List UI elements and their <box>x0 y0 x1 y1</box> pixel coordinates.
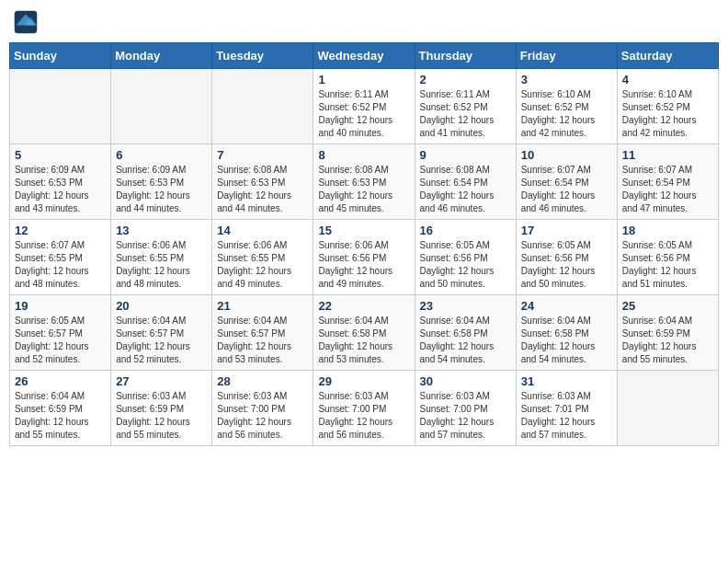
calendar-week-row: 12Sunrise: 6:07 AM Sunset: 6:55 PM Dayli… <box>10 220 719 295</box>
day-number: 28 <box>217 374 308 388</box>
day-info: Sunrise: 6:08 AM Sunset: 6:53 PM Dayligh… <box>318 164 409 215</box>
day-number: 20 <box>116 299 207 313</box>
day-number: 6 <box>116 148 207 162</box>
calendar-cell: 9Sunrise: 6:08 AM Sunset: 6:54 PM Daylig… <box>415 144 516 220</box>
day-info: Sunrise: 6:03 AM Sunset: 7:01 PM Dayligh… <box>521 390 612 442</box>
day-info: Sunrise: 6:04 AM Sunset: 6:58 PM Dayligh… <box>521 315 612 366</box>
day-info: Sunrise: 6:03 AM Sunset: 6:59 PM Dayligh… <box>116 390 207 442</box>
calendar-cell: 6Sunrise: 6:09 AM Sunset: 6:53 PM Daylig… <box>111 144 212 220</box>
day-number: 18 <box>622 224 713 237</box>
calendar-week-row: 5Sunrise: 6:09 AM Sunset: 6:53 PM Daylig… <box>10 144 719 220</box>
day-number: 22 <box>318 299 409 313</box>
calendar-cell: 24Sunrise: 6:04 AM Sunset: 6:58 PM Dayli… <box>516 295 617 371</box>
day-info: Sunrise: 6:06 AM Sunset: 6:55 PM Dayligh… <box>116 239 207 291</box>
calendar-cell: 29Sunrise: 6:03 AM Sunset: 7:00 PM Dayli… <box>313 371 415 446</box>
day-info: Sunrise: 6:10 AM Sunset: 6:52 PM Dayligh… <box>622 88 713 140</box>
day-number: 17 <box>521 224 612 237</box>
day-info: Sunrise: 6:03 AM Sunset: 7:00 PM Dayligh… <box>217 390 308 442</box>
weekday-header: Saturday <box>617 43 718 69</box>
calendar-cell: 4Sunrise: 6:10 AM Sunset: 6:52 PM Daylig… <box>617 69 718 144</box>
day-info: Sunrise: 6:10 AM Sunset: 6:52 PM Dayligh… <box>521 88 612 140</box>
day-number: 25 <box>622 299 713 313</box>
day-number: 26 <box>15 374 106 388</box>
logo-icon <box>13 9 39 35</box>
day-number: 31 <box>521 374 612 388</box>
calendar-cell: 11Sunrise: 6:07 AM Sunset: 6:54 PM Dayli… <box>617 144 718 220</box>
day-info: Sunrise: 6:05 AM Sunset: 6:56 PM Dayligh… <box>420 239 511 291</box>
day-number: 5 <box>15 148 106 162</box>
day-info: Sunrise: 6:04 AM Sunset: 6:59 PM Dayligh… <box>15 390 106 442</box>
calendar-cell <box>10 69 111 144</box>
day-number: 24 <box>521 299 612 313</box>
calendar-cell: 26Sunrise: 6:04 AM Sunset: 6:59 PM Dayli… <box>10 371 111 446</box>
weekday-header: Tuesday <box>212 43 313 69</box>
day-number: 2 <box>420 73 511 86</box>
page-header <box>9 9 719 35</box>
calendar-cell: 31Sunrise: 6:03 AM Sunset: 7:01 PM Dayli… <box>516 371 617 446</box>
weekday-header: Friday <box>516 43 617 69</box>
weekday-header: Sunday <box>10 43 111 69</box>
day-number: 15 <box>318 224 409 237</box>
day-number: 3 <box>521 73 612 86</box>
day-number: 4 <box>622 73 713 86</box>
day-info: Sunrise: 6:05 AM Sunset: 6:56 PM Dayligh… <box>521 239 612 291</box>
day-info: Sunrise: 6:03 AM Sunset: 7:00 PM Dayligh… <box>420 390 511 442</box>
calendar-cell: 1Sunrise: 6:11 AM Sunset: 6:52 PM Daylig… <box>313 69 415 144</box>
day-info: Sunrise: 6:04 AM Sunset: 6:57 PM Dayligh… <box>116 315 207 366</box>
day-number: 29 <box>318 374 409 388</box>
calendar-week-row: 26Sunrise: 6:04 AM Sunset: 6:59 PM Dayli… <box>10 371 719 446</box>
day-info: Sunrise: 6:04 AM Sunset: 6:57 PM Dayligh… <box>217 315 308 366</box>
day-info: Sunrise: 6:08 AM Sunset: 6:54 PM Dayligh… <box>420 164 511 215</box>
day-info: Sunrise: 6:11 AM Sunset: 6:52 PM Dayligh… <box>420 88 511 140</box>
calendar-cell: 27Sunrise: 6:03 AM Sunset: 6:59 PM Dayli… <box>111 371 212 446</box>
calendar-cell: 21Sunrise: 6:04 AM Sunset: 6:57 PM Dayli… <box>212 295 313 371</box>
day-number: 1 <box>318 73 409 86</box>
calendar-cell: 3Sunrise: 6:10 AM Sunset: 6:52 PM Daylig… <box>516 69 617 144</box>
day-number: 19 <box>15 299 106 313</box>
day-info: Sunrise: 6:08 AM Sunset: 6:53 PM Dayligh… <box>217 164 308 215</box>
calendar-cell: 8Sunrise: 6:08 AM Sunset: 6:53 PM Daylig… <box>313 144 415 220</box>
day-number: 7 <box>217 148 308 162</box>
calendar-cell: 17Sunrise: 6:05 AM Sunset: 6:56 PM Dayli… <box>516 220 617 295</box>
day-number: 13 <box>116 224 207 237</box>
day-info: Sunrise: 6:06 AM Sunset: 6:55 PM Dayligh… <box>217 239 308 291</box>
day-number: 23 <box>420 299 511 313</box>
day-number: 30 <box>420 374 511 388</box>
logo <box>13 9 42 35</box>
day-info: Sunrise: 6:05 AM Sunset: 6:56 PM Dayligh… <box>622 239 713 291</box>
calendar-cell: 13Sunrise: 6:06 AM Sunset: 6:55 PM Dayli… <box>111 220 212 295</box>
calendar-cell: 19Sunrise: 6:05 AM Sunset: 6:57 PM Dayli… <box>10 295 111 371</box>
weekday-header: Monday <box>111 43 212 69</box>
calendar-cell <box>617 371 718 446</box>
calendar-week-row: 1Sunrise: 6:11 AM Sunset: 6:52 PM Daylig… <box>10 69 719 144</box>
calendar-cell: 20Sunrise: 6:04 AM Sunset: 6:57 PM Dayli… <box>111 295 212 371</box>
calendar-cell: 28Sunrise: 6:03 AM Sunset: 7:00 PM Dayli… <box>212 371 313 446</box>
weekday-header: Thursday <box>415 43 516 69</box>
calendar-cell: 18Sunrise: 6:05 AM Sunset: 6:56 PM Dayli… <box>617 220 718 295</box>
day-info: Sunrise: 6:07 AM Sunset: 6:54 PM Dayligh… <box>521 164 612 215</box>
calendar-table: SundayMondayTuesdayWednesdayThursdayFrid… <box>9 42 719 446</box>
day-info: Sunrise: 6:09 AM Sunset: 6:53 PM Dayligh… <box>15 164 106 215</box>
day-info: Sunrise: 6:04 AM Sunset: 6:59 PM Dayligh… <box>622 315 713 366</box>
weekday-header: Wednesday <box>313 43 415 69</box>
day-info: Sunrise: 6:05 AM Sunset: 6:57 PM Dayligh… <box>15 315 106 366</box>
day-info: Sunrise: 6:04 AM Sunset: 6:58 PM Dayligh… <box>420 315 511 366</box>
calendar-cell <box>212 69 313 144</box>
calendar-cell: 25Sunrise: 6:04 AM Sunset: 6:59 PM Dayli… <box>617 295 718 371</box>
day-number: 9 <box>420 148 511 162</box>
day-info: Sunrise: 6:09 AM Sunset: 6:53 PM Dayligh… <box>116 164 207 215</box>
calendar-cell: 10Sunrise: 6:07 AM Sunset: 6:54 PM Dayli… <box>516 144 617 220</box>
calendar-cell: 2Sunrise: 6:11 AM Sunset: 6:52 PM Daylig… <box>415 69 516 144</box>
calendar-cell: 14Sunrise: 6:06 AM Sunset: 6:55 PM Dayli… <box>212 220 313 295</box>
day-number: 11 <box>622 148 713 162</box>
day-info: Sunrise: 6:11 AM Sunset: 6:52 PM Dayligh… <box>318 88 409 140</box>
day-info: Sunrise: 6:04 AM Sunset: 6:58 PM Dayligh… <box>318 315 409 366</box>
day-info: Sunrise: 6:07 AM Sunset: 6:54 PM Dayligh… <box>622 164 713 215</box>
day-number: 8 <box>318 148 409 162</box>
calendar-cell: 16Sunrise: 6:05 AM Sunset: 6:56 PM Dayli… <box>415 220 516 295</box>
day-number: 16 <box>420 224 511 237</box>
calendar-cell <box>111 69 212 144</box>
calendar-week-row: 19Sunrise: 6:05 AM Sunset: 6:57 PM Dayli… <box>10 295 719 371</box>
day-number: 12 <box>15 224 106 237</box>
day-info: Sunrise: 6:03 AM Sunset: 7:00 PM Dayligh… <box>318 390 409 442</box>
